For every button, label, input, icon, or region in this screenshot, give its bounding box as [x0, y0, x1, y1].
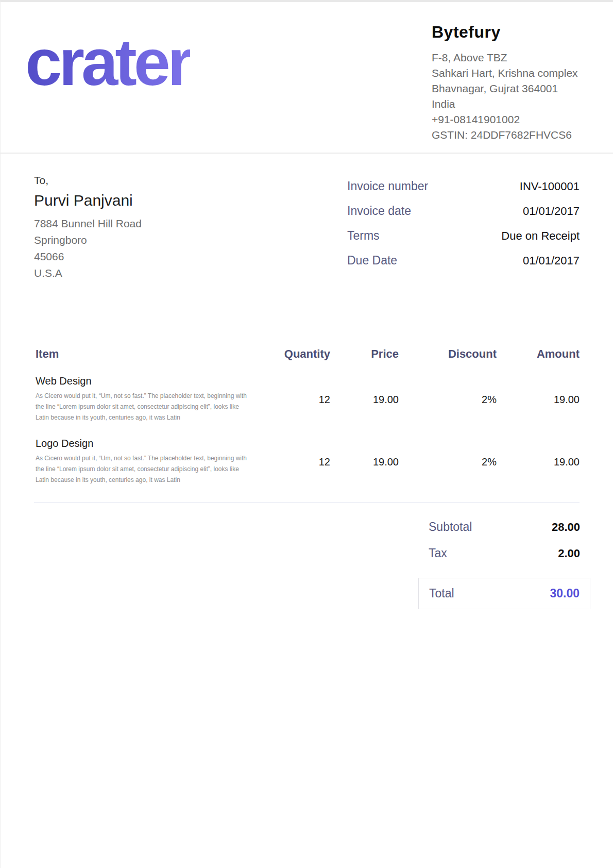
total-box: Total 30.00: [418, 578, 590, 609]
tax-value: 2.00: [558, 547, 580, 560]
customer-name: Purvi Panjvani: [34, 192, 142, 209]
table-row: Logo Design As Cicero would put it, “Um,…: [34, 438, 580, 486]
due-date-label: Due Date: [347, 254, 397, 268]
customer-address-line: 7884 Bunnel Hill Road: [34, 215, 142, 232]
company-address-line: India: [432, 96, 586, 112]
item-name: Logo Design: [34, 438, 268, 449]
item-quantity: 12: [268, 375, 330, 406]
billing-section: To, Purvi Panjvani 7884 Bunnel Hill Road…: [34, 174, 580, 281]
column-header-item: Item: [34, 347, 268, 361]
invoice-date-label: Invoice date: [347, 204, 411, 218]
customer-address-line: 45066: [34, 248, 142, 265]
invoice-number-value: INV-100001: [520, 180, 580, 193]
company-phone: +91-08141901002: [432, 112, 586, 127]
totals-block: Subtotal 28.00 Tax 2.00 Total 30.00: [418, 520, 590, 609]
item-price: 19.00: [330, 438, 399, 468]
bill-to-block: To, Purvi Panjvani 7884 Bunnel Hill Road…: [34, 174, 142, 281]
invoice-number-label: Invoice number: [347, 179, 428, 193]
invoice-date-value: 01/01/2017: [523, 205, 580, 218]
company-address-line: Bhavnagar, Gujrat 364001: [432, 81, 586, 96]
tax-label: Tax: [429, 546, 447, 560]
crater-logo: crater: [25, 28, 190, 97]
item-description: As Cicero would put it, “Um, not so fast…: [34, 391, 253, 423]
meta-row-invoice-date: Invoice date 01/01/2017: [347, 204, 580, 218]
terms-value: Due on Receipt: [501, 229, 580, 243]
column-header-quantity: Quantity: [268, 347, 330, 361]
subtotal-value: 28.00: [552, 521, 580, 534]
items-table-header: Item Quantity Price Discount Amount: [34, 347, 580, 361]
meta-row-invoice-number: Invoice number INV-100001: [347, 179, 580, 193]
total-label: Total: [429, 587, 454, 600]
column-header-price: Price: [330, 347, 399, 361]
subtotal-row: Subtotal 28.00: [418, 520, 590, 534]
column-header-amount: Amount: [497, 347, 580, 361]
due-date-value: 01/01/2017: [523, 254, 580, 268]
customer-address-line: Springboro: [34, 232, 142, 248]
company-info: Bytefury F-8, Above TBZ Sahkari Hart, Kr…: [432, 20, 586, 143]
item-amount: 19.00: [497, 375, 580, 406]
meta-row-due-date: Due Date 01/01/2017: [347, 254, 580, 268]
bill-to-label: To,: [34, 174, 142, 187]
invoice-header: crater Bytefury F-8, Above TBZ Sahkari H…: [1, 2, 613, 154]
item-cell: Logo Design As Cicero would put it, “Um,…: [34, 438, 268, 486]
table-row: Web Design As Cicero would put it, “Um, …: [34, 375, 580, 423]
invoice-meta: Invoice number INV-100001 Invoice date 0…: [347, 174, 580, 281]
item-cell: Web Design As Cicero would put it, “Um, …: [34, 375, 268, 423]
meta-row-terms: Terms Due on Receipt: [347, 229, 580, 243]
item-price: 19.00: [330, 375, 399, 406]
item-discount: 2%: [399, 375, 497, 406]
company-address-line: F-8, Above TBZ: [432, 50, 586, 65]
item-amount: 19.00: [497, 438, 580, 468]
items-table: Item Quantity Price Discount Amount Web …: [34, 347, 580, 609]
company-address-line: Sahkari Hart, Krishna complex: [432, 65, 586, 81]
column-header-discount: Discount: [399, 347, 497, 361]
company-name: Bytefury: [432, 23, 586, 42]
total-value: 30.00: [550, 587, 580, 600]
table-divider: [34, 502, 580, 503]
company-gstin: GSTIN: 24DDF7682FHVCS6: [432, 127, 586, 143]
tax-row: Tax 2.00: [418, 546, 590, 560]
item-name: Web Design: [34, 375, 268, 387]
subtotal-label: Subtotal: [429, 520, 472, 534]
customer-address-line: U.S.A: [34, 265, 142, 281]
item-description: As Cicero would put it, “Um, not so fast…: [34, 453, 253, 486]
item-discount: 2%: [399, 438, 497, 468]
terms-label: Terms: [347, 229, 380, 243]
item-quantity: 12: [268, 438, 330, 468]
